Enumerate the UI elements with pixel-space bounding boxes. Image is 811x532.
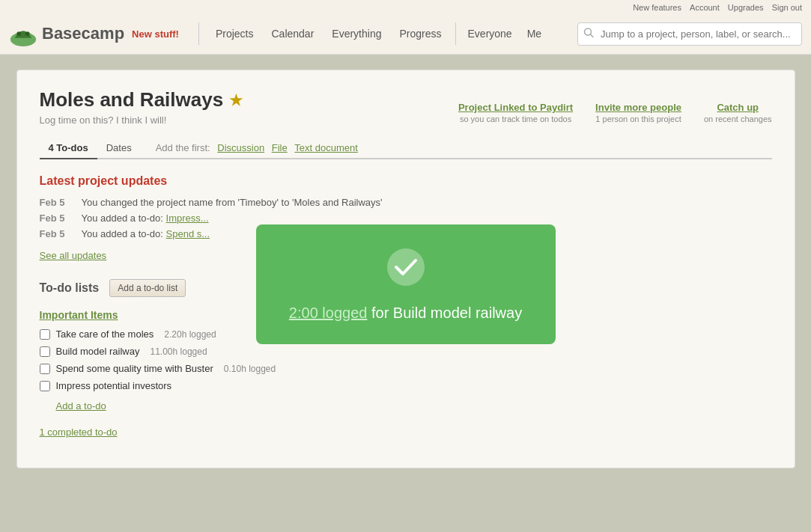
star-icon[interactable]: ★ xyxy=(229,91,243,109)
nav-calendar[interactable]: Calendar xyxy=(263,23,324,44)
topbar-links: New features Account Upgrades Sign out xyxy=(0,0,811,13)
check-icon xyxy=(271,247,541,296)
nav-divider2 xyxy=(455,22,456,45)
update-date-3: Feb 5 xyxy=(40,228,70,239)
update-link-2[interactable]: Impress... xyxy=(166,213,209,224)
basecamp-logo-icon xyxy=(9,19,37,48)
project-title-text: Moles and Railways xyxy=(40,88,224,111)
account-link[interactable]: Account xyxy=(690,3,720,12)
update-text-1: You changed the project name from 'Timeb… xyxy=(82,197,383,208)
todo-item-4: Impress potential investors xyxy=(40,380,772,391)
new-features-link[interactable]: New features xyxy=(633,3,681,12)
upgrades-link[interactable]: Upgrades xyxy=(728,3,764,12)
todo-checkbox-4[interactable] xyxy=(40,381,50,391)
nav-progress[interactable]: Progress xyxy=(390,23,450,44)
svg-point-1 xyxy=(16,31,21,36)
nav-everything[interactable]: Everything xyxy=(323,23,390,44)
see-all-updates-link[interactable]: See all updates xyxy=(40,250,107,261)
main-content: Moles and Railways ★ Log time on this? I… xyxy=(16,70,795,468)
todo-logged-2: 11.00h logged xyxy=(151,346,207,357)
update-link-3[interactable]: Spend s... xyxy=(166,228,210,239)
update-date-2: Feb 5 xyxy=(40,213,70,224)
add-textdoc-link[interactable]: Text document xyxy=(294,142,358,153)
project-action-catchup: Catch up on recent changes xyxy=(704,102,772,123)
search-area xyxy=(577,22,802,46)
project-actions: Project Linked to Paydirt so you can tra… xyxy=(458,102,772,123)
paydirt-sub: so you can track time on todos xyxy=(458,114,573,123)
updates-title: Latest project updates xyxy=(40,174,772,188)
notification-overlay: 2:00 logged for Build model railway xyxy=(256,224,556,344)
update-row-2: Feb 5 You added a to-do: Impress... xyxy=(40,213,772,224)
overlay-message-text: for Build model railway xyxy=(367,305,522,321)
logo-area: Basecamp New stuff! xyxy=(9,19,179,48)
nav-links: Projects Calendar Everything Progress xyxy=(207,23,451,44)
todo-label-3: Spend some quality time with Buster xyxy=(56,363,213,374)
todo-checkbox-3[interactable] xyxy=(40,364,50,374)
overlay-message: 2:00 logged for Build model railway xyxy=(271,305,541,322)
add-todo-list-button[interactable]: Add a to-do list xyxy=(109,279,186,297)
update-text-3: You added a to-do: Spend s... xyxy=(82,228,210,239)
new-stuff-badge[interactable]: New stuff! xyxy=(132,28,179,40)
overlay-logged-amount: 2:00 logged xyxy=(289,305,368,321)
svg-point-2 xyxy=(25,31,30,36)
todo-checkbox-1[interactable] xyxy=(40,329,50,340)
todo-label-2: Build model railway xyxy=(56,346,140,357)
invite-link[interactable]: Invite more people xyxy=(595,102,681,113)
search-wrapper xyxy=(577,22,802,46)
add-file-link[interactable]: File xyxy=(272,142,288,153)
tab-dates[interactable]: Dates xyxy=(97,138,141,159)
completed-todo-link[interactable]: 1 completed to-do xyxy=(40,426,118,438)
todo-label-4: Impress potential investors xyxy=(56,380,172,391)
nav-divider xyxy=(198,22,199,45)
catchup-sub: on recent changes xyxy=(704,114,772,123)
nav-me[interactable]: Me xyxy=(520,23,549,44)
todo-checkbox-2[interactable] xyxy=(40,346,50,357)
search-input[interactable] xyxy=(577,22,802,46)
project-action-paydirt: Project Linked to Paydirt so you can tra… xyxy=(458,102,573,123)
svg-line-4 xyxy=(591,34,594,37)
paydirt-link[interactable]: Project Linked to Paydirt xyxy=(458,102,573,113)
todo-logged-1: 2.20h logged xyxy=(164,329,216,340)
logo-text: Basecamp xyxy=(42,24,124,43)
todo-title: To-do lists xyxy=(40,281,100,295)
update-date-1: Feb 5 xyxy=(40,197,70,208)
project-action-invite: Invite more people 1 person on this proj… xyxy=(595,102,681,123)
search-icon xyxy=(583,28,594,40)
add-todo-link[interactable]: Add a to-do xyxy=(56,400,106,412)
catchup-link[interactable]: Catch up xyxy=(717,102,759,113)
nav-projects[interactable]: Projects xyxy=(207,23,263,44)
tabs-bar: 4 To-dos Dates Add the first: Discussion… xyxy=(40,138,772,159)
todo-logged-3: 0.10h logged xyxy=(224,364,276,374)
navbar: Basecamp New stuff! Projects Calendar Ev… xyxy=(0,13,811,54)
signout-link[interactable]: Sign out xyxy=(772,3,802,12)
todo-item-3: Spend some quality time with Buster 0.10… xyxy=(40,363,772,374)
tab-todos[interactable]: 4 To-dos xyxy=(40,138,97,159)
update-text-2: You added a to-do: Impress... xyxy=(82,213,209,224)
svg-point-5 xyxy=(387,248,425,286)
invite-sub: 1 person on this project xyxy=(595,114,681,123)
todo-label-1: Take care of the moles xyxy=(56,328,154,340)
add-first-label: Add the first: Discussion File Text docu… xyxy=(156,142,358,153)
todo-item-2: Build model railway 11.00h logged xyxy=(40,346,772,357)
nav-everyone[interactable]: Everyone xyxy=(461,23,520,44)
update-row-1: Feb 5 You changed the project name from … xyxy=(40,197,772,208)
add-discussion-link[interactable]: Discussion xyxy=(217,142,264,153)
